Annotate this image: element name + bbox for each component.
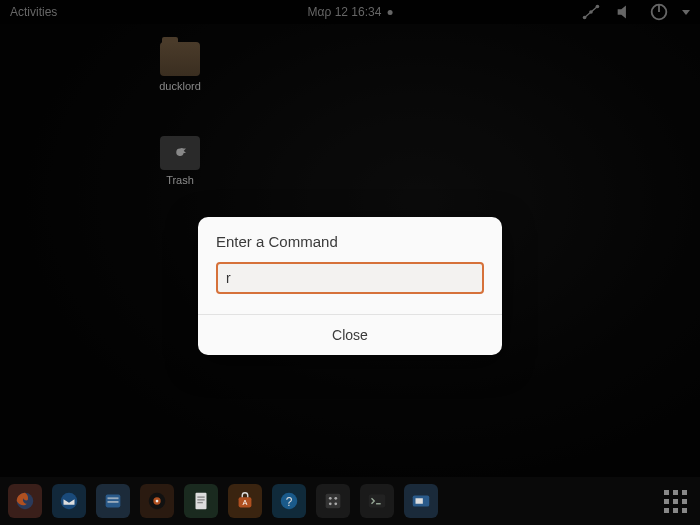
system-status-area[interactable] [580,1,690,23]
svg-point-24 [329,502,332,505]
show-applications-button[interactable] [658,484,692,518]
dock-item-screenshot[interactable] [404,484,438,518]
clock-label: Μαρ 12 16:34 [308,5,382,19]
dock-item-writer[interactable] [184,484,218,518]
dialog-footer: Close [198,314,502,355]
svg-rect-21 [326,494,341,509]
svg-text:A: A [243,498,248,507]
run-command-dialog: Enter a Command Close [198,217,502,355]
terminal-icon [366,490,388,512]
volume-icon [614,1,636,23]
network-icon [580,1,602,23]
dock-item-firefox[interactable] [8,484,42,518]
dock: A ? [0,477,700,525]
svg-rect-16 [197,502,203,503]
dock-item-thunderbird[interactable] [52,484,86,518]
clock[interactable]: Μαρ 12 16:34 [308,5,393,19]
dock-item-help[interactable]: ? [272,484,306,518]
desktop-folder-ducklord[interactable]: ducklord [145,42,215,92]
thunderbird-icon [58,490,80,512]
top-bar: Activities Μαρ 12 16:34 [0,0,700,24]
dock-item-settings[interactable] [316,484,350,518]
dock-item-files[interactable] [96,484,130,518]
dialog-body: Enter a Command [198,217,502,314]
svg-rect-8 [108,497,119,499]
svg-rect-9 [108,501,119,503]
svg-rect-29 [416,498,423,504]
desktop[interactable]: ducklord Trash Enter a Command Close [0,24,700,525]
screenshot-icon [410,490,432,512]
dialog-title: Enter a Command [216,233,484,250]
svg-point-22 [329,497,332,500]
settings-icon [322,490,344,512]
power-icon [648,1,670,23]
software-icon: A [234,490,256,512]
desktop-trash[interactable]: Trash [145,136,215,186]
dock-item-terminal[interactable] [360,484,394,518]
trash-icon [160,136,200,170]
help-icon: ? [278,490,300,512]
dock-item-software[interactable]: A [228,484,262,518]
document-icon [190,490,212,512]
files-icon [102,490,124,512]
svg-rect-13 [196,493,207,510]
desktop-icon-label: Trash [145,174,215,186]
svg-point-6 [61,493,78,510]
notification-dot-icon [387,10,392,15]
svg-rect-26 [369,495,386,508]
command-input[interactable] [216,262,484,294]
activities-button[interactable]: Activities [10,5,57,19]
chevron-down-icon [682,10,690,15]
svg-rect-14 [197,496,204,497]
firefox-icon [14,490,36,512]
svg-text:?: ? [286,495,293,509]
close-button[interactable]: Close [198,315,502,355]
rhythmbox-icon [146,490,168,512]
folder-icon [160,42,200,76]
svg-point-23 [334,497,337,500]
svg-point-12 [156,500,159,503]
dock-item-rhythmbox[interactable] [140,484,174,518]
desktop-icon-label: ducklord [145,80,215,92]
svg-rect-15 [197,499,204,500]
svg-point-25 [334,502,337,505]
